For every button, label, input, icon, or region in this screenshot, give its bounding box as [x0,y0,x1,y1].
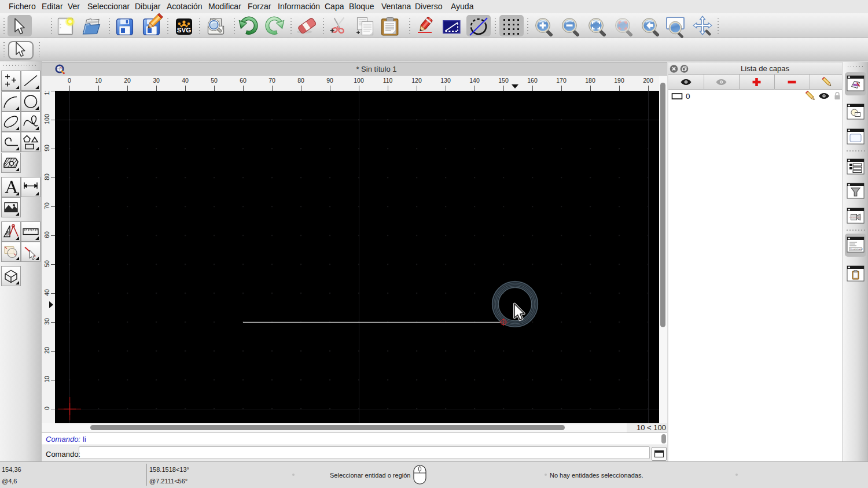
svg-text:SVG: SVG [177,27,191,34]
svg-text:C command: C command [850,247,863,250]
svg-text:0: 0 [686,92,690,101]
